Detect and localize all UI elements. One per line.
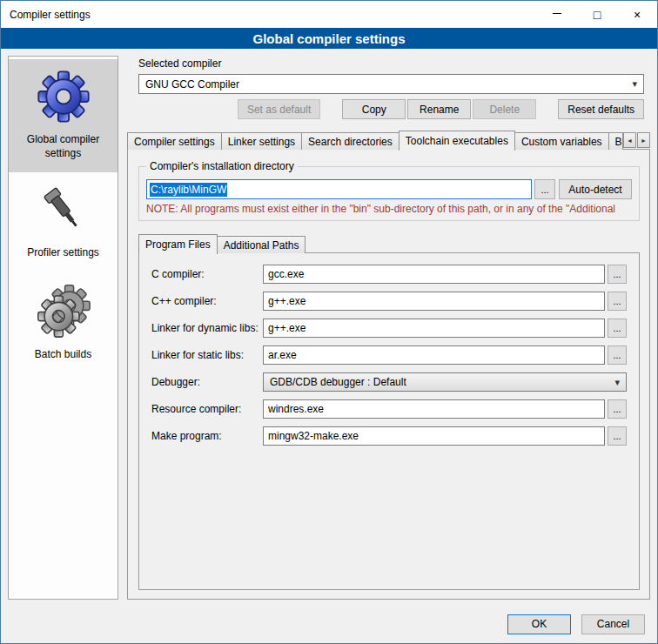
- caption-buttons: ─ □ ×: [537, 1, 657, 28]
- c-compiler-row: C compiler: ...: [151, 265, 627, 284]
- tab-scroll-left-icon[interactable]: ◄: [623, 132, 636, 148]
- window-title: Compiler settings: [1, 9, 91, 21]
- sidebar-item-label: Batch builds: [35, 347, 91, 361]
- auto-detect-button[interactable]: Auto-detect: [559, 179, 632, 199]
- tab-compiler-settings[interactable]: Compiler settings: [127, 132, 222, 150]
- browse-cpp-compiler-button[interactable]: ...: [608, 292, 627, 311]
- set-as-default-button[interactable]: Set as default: [238, 99, 320, 119]
- selected-compiler-label: Selected compiler: [138, 57, 644, 70]
- settings-tab-strip: Compiler settings Linker settings Search…: [127, 131, 650, 150]
- dialog-footer: OK Cancel: [1, 605, 657, 643]
- browse-c-compiler-button[interactable]: ...: [608, 265, 627, 284]
- installation-directory-row: C:\raylib\MinGW ... Auto-detect: [146, 179, 632, 199]
- c-compiler-input[interactable]: [263, 265, 605, 284]
- field-label: C++ compiler:: [151, 295, 263, 307]
- field-label: Linker for dynamic libs:: [151, 322, 263, 334]
- tab-build-options[interactable]: Build options: [608, 132, 623, 150]
- chevron-down-icon: ▾: [632, 78, 637, 90]
- static-linker-row: Linker for static libs: ...: [151, 345, 627, 365]
- cpp-compiler-row: C++ compiler: ...: [151, 292, 627, 311]
- profiler-tool-icon: [39, 183, 88, 237]
- dialog-content: Global compiler settings Profiler settin…: [1, 49, 657, 605]
- field-label: Linker for static libs:: [151, 349, 263, 361]
- make-program-row: Make program: ...: [151, 426, 627, 446]
- dynamic-linker-input[interactable]: [263, 319, 605, 338]
- debugger-row: Debugger: GDB/CDB debugger : Default ▾: [151, 372, 627, 392]
- compiler-settings-dialog: Compiler settings ─ □ × Global compiler …: [0, 0, 658, 644]
- debugger-value: GDB/CDB debugger : Default: [270, 376, 406, 388]
- dialog-header: Global compiler settings: [1, 28, 657, 49]
- compiler-buttons-row: Set as default Copy Rename Delete Reset …: [138, 99, 644, 119]
- browse-static-linker-button[interactable]: ...: [608, 345, 627, 365]
- field-label: Resource compiler:: [151, 403, 263, 415]
- ok-button[interactable]: OK: [507, 614, 571, 634]
- program-files-panel: C compiler: ... C++ compiler: ... Linker…: [138, 252, 640, 590]
- close-icon: ×: [634, 8, 641, 22]
- copy-button[interactable]: Copy: [342, 99, 406, 119]
- sidebar-item-label: Profiler settings: [27, 245, 99, 259]
- field-label: Make program:: [151, 430, 263, 442]
- tab-search-directories[interactable]: Search directories: [301, 132, 400, 150]
- bin-subdirectory-note: NOTE: All programs must exist either in …: [146, 203, 632, 215]
- browse-dynamic-linker-button[interactable]: ...: [608, 319, 627, 338]
- tab-custom-variables[interactable]: Custom variables: [514, 132, 609, 150]
- make-program-input[interactable]: [263, 426, 605, 446]
- sidebar-item-profiler-settings[interactable]: Profiler settings: [9, 172, 118, 272]
- browse-make-program-button[interactable]: ...: [608, 426, 627, 446]
- cpp-compiler-input[interactable]: [263, 292, 605, 311]
- selected-compiler-value: GNU GCC Compiler: [145, 78, 239, 91]
- tab-linker-settings[interactable]: Linker settings: [221, 132, 302, 150]
- field-label: C compiler:: [151, 268, 263, 280]
- rename-button[interactable]: Rename: [407, 99, 471, 119]
- selected-compiler-select[interactable]: GNU GCC Compiler ▾: [138, 74, 644, 94]
- close-button[interactable]: ×: [617, 1, 657, 28]
- tab-toolchain-executables[interactable]: Toolchain executables: [399, 131, 515, 151]
- program-files-tab-strip: Program Files Additional Paths: [138, 234, 640, 253]
- field-label: Debugger:: [151, 376, 263, 388]
- blue-gear-icon: [37, 70, 91, 124]
- compiler-selection-section: Selected compiler GNU GCC Compiler ▾ Set…: [127, 56, 650, 119]
- delete-button[interactable]: Delete: [473, 99, 536, 119]
- browse-install-dir-button[interactable]: ...: [534, 179, 555, 199]
- tab-scroll-right-icon[interactable]: ►: [637, 132, 650, 148]
- tab-scroll-controls: ◄ ►: [623, 132, 650, 150]
- maximize-icon: □: [594, 8, 601, 22]
- chevron-down-icon: ▾: [614, 377, 620, 388]
- resource-compiler-row: Resource compiler: ...: [151, 399, 627, 419]
- resource-compiler-input[interactable]: [263, 399, 605, 419]
- installation-directory-title: Compiler's installation directory: [146, 160, 298, 172]
- static-linker-input[interactable]: [263, 345, 605, 365]
- debugger-select[interactable]: GDB/CDB debugger : Default ▾: [263, 372, 627, 392]
- main-settings-area: Selected compiler GNU GCC Compiler ▾ Set…: [127, 56, 650, 605]
- install-dir-value: C:\raylib\MinGW: [150, 183, 227, 197]
- installation-directory-groupbox: Compiler's installation directory C:\ray…: [138, 166, 640, 221]
- title-bar: Compiler settings ─ □ ×: [1, 1, 657, 28]
- dynamic-linker-row: Linker for dynamic libs: ...: [151, 319, 627, 338]
- reset-defaults-button[interactable]: Reset defaults: [558, 99, 644, 119]
- browse-resource-compiler-button[interactable]: ...: [608, 399, 627, 419]
- gray-gears-icon: [36, 283, 91, 339]
- toolchain-executables-panel: Compiler's installation directory C:\ray…: [127, 149, 650, 600]
- sidebar-item-batch-builds[interactable]: Batch builds: [9, 272, 118, 373]
- settings-sidebar: Global compiler settings Profiler settin…: [8, 56, 118, 600]
- cancel-button[interactable]: Cancel: [581, 614, 645, 634]
- subtab-program-files[interactable]: Program Files: [138, 234, 218, 254]
- minimize-button[interactable]: ─: [537, 1, 577, 28]
- minimize-icon: ─: [553, 6, 561, 20]
- dialog-header-title: Global compiler settings: [252, 31, 405, 46]
- install-dir-input[interactable]: C:\raylib\MinGW: [146, 179, 532, 199]
- sidebar-item-global-compiler-settings[interactable]: Global compiler settings: [9, 59, 118, 172]
- subtab-additional-paths[interactable]: Additional Paths: [217, 236, 306, 253]
- maximize-button[interactable]: □: [577, 1, 617, 28]
- sidebar-item-label: Global compiler settings: [12, 132, 114, 160]
